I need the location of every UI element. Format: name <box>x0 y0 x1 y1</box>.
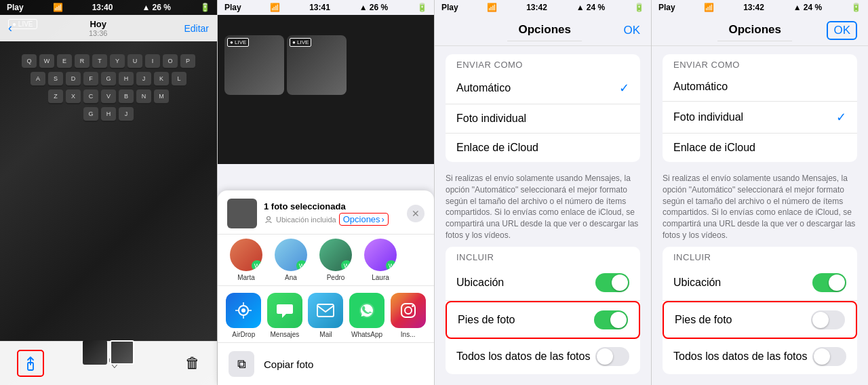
close-button[interactable]: ✕ <box>407 205 425 222</box>
option-label-ubicacion-3: Ubicación <box>456 277 504 289</box>
app-mail[interactable]: Mail <box>305 293 346 338</box>
signal-1: ▲ 26 % <box>142 3 171 12</box>
option-pies-foto-3[interactable]: Pies de foto <box>446 301 640 339</box>
key-row-1: Q W E R T Y U I O P <box>7 54 210 68</box>
option-label-icloud-4: Enlace de iCloud <box>673 142 755 154</box>
time-3: 13:42 <box>526 3 547 12</box>
option-automatico-3[interactable]: Automático ✓ <box>446 73 640 104</box>
whatsapp-badge-1: W <box>252 260 262 271</box>
ok-button-4[interactable]: OK <box>827 21 857 40</box>
toggle-pies-3[interactable] <box>594 310 628 329</box>
toggle-todos-3[interactable] <box>595 347 629 366</box>
options-nav-3: Opciones OK <box>435 15 651 46</box>
nav-title: Hoy <box>89 19 108 29</box>
thumb-2[interactable] <box>110 340 134 365</box>
carrier-4: Play <box>658 3 675 12</box>
option-label-todos-4: Todos los datos de las fotos <box>673 350 807 363</box>
option-todos-datos-4[interactable]: Todos los datos de las fotos <box>663 339 857 374</box>
option-automatico-4[interactable]: Automático <box>663 73 857 102</box>
instagram-label: Ins... <box>401 331 416 338</box>
enviar-description-3: Si realizas el envío solamente usando Me… <box>435 170 651 247</box>
copy-icon: ⧉ <box>229 351 254 377</box>
options-button[interactable]: Opciones › <box>339 213 389 226</box>
svg-point-1 <box>267 216 271 220</box>
option-label-pies-4: Pies de foto <box>675 314 732 326</box>
checkmark-automatico-3: ✓ <box>619 81 629 96</box>
whatsapp-badge-4: W <box>386 260 397 271</box>
app-instagram[interactable]: Ins... <box>388 293 429 338</box>
option-pies-foto-4[interactable]: Pies de foto <box>663 301 857 339</box>
nav-subtitle: 13:36 <box>89 29 108 37</box>
key-z: Z <box>48 89 63 103</box>
copy-row[interactable]: ⧉ Copiar foto <box>218 342 434 385</box>
bg-photos: ● LIVE ● LIVE <box>218 15 434 164</box>
time-4: 13:42 <box>743 3 764 12</box>
battery-4: 🔋 <box>851 3 861 12</box>
option-todos-datos-3[interactable]: Todos los datos de las fotos <box>446 339 640 374</box>
key-o: O <box>163 54 178 68</box>
key-g2: G <box>83 107 98 121</box>
enviar-como-section-4: Enviar como Automático Foto individual ✓… <box>663 54 857 162</box>
messages-label: Mensajes <box>270 331 299 338</box>
share-button[interactable] <box>20 352 41 374</box>
option-label-foto-3: Foto individual <box>456 113 526 125</box>
bottom-bar-1: ♡ 🗑 <box>0 341 217 385</box>
contact-name-3: Pedro <box>327 274 345 281</box>
thumbnail-strip <box>83 340 134 365</box>
key-row-2: A S D F G H J K L <box>7 72 210 85</box>
option-foto-individual-3[interactable]: Foto individual <box>446 104 640 134</box>
contact-avatar-2: W <box>275 239 307 271</box>
edit-button[interactable]: Editar <box>184 23 209 34</box>
nav-bar-1: ‹ Hoy 13:36 Editar <box>0 15 217 41</box>
contact-avatar-3: W <box>319 239 352 271</box>
whatsapp-badge-3: W <box>341 260 352 271</box>
toggle-ubicacion-3[interactable] <box>595 273 629 292</box>
share-button-wrapper[interactable] <box>17 350 44 377</box>
contact-name-1: Marta <box>237 274 255 281</box>
app-airdrop[interactable]: AirDrop <box>223 293 264 338</box>
contact-4[interactable]: W Laura <box>361 239 399 281</box>
key-y: Y <box>110 54 125 68</box>
incluir-description-3: Al compartir con AirDrop e incluir todos… <box>435 382 651 385</box>
key-row-3: Z X C V B N M <box>7 89 210 103</box>
contact-2[interactable]: W Ana <box>272 239 310 281</box>
option-icloud-3[interactable]: Enlace de iCloud <box>446 134 640 162</box>
key-h2: H <box>101 107 116 121</box>
back-button[interactable]: ‹ <box>8 21 12 35</box>
live-badge-sm-1: ● LIVE <box>227 38 249 47</box>
toggle-ubicacion-4[interactable] <box>812 273 846 292</box>
trash-button[interactable]: 🗑 <box>185 354 200 372</box>
status-bar-3: Play 📶 13:42 ▲ 24 % 🔋 <box>435 0 651 15</box>
carrier-3: Play <box>441 3 458 12</box>
thumb-1[interactable] <box>83 340 107 365</box>
option-icloud-4[interactable]: Enlace de iCloud <box>663 134 857 162</box>
enviar-como-section-3: Enviar como Automático ✓ Foto individual… <box>446 54 640 162</box>
toggle-pies-4[interactable] <box>811 310 845 329</box>
options-nav-4: Opciones OK <box>652 15 868 46</box>
toggle-todos-4[interactable] <box>812 347 846 366</box>
option-label-ubicacion-4: Ubicación <box>673 277 721 289</box>
svg-point-3 <box>241 308 245 312</box>
airdrop-icon <box>226 293 261 328</box>
app-messages[interactable]: Mensajes <box>264 293 305 338</box>
wifi-icon-4: 📶 <box>704 3 714 12</box>
options-title-3: Opciones <box>507 19 581 41</box>
app-whatsapp[interactable]: WhatsApp <box>347 293 387 338</box>
wifi-icon-3: 📶 <box>487 3 497 12</box>
share-header: 1 foto seleccionada Ubicación incluida O… <box>218 190 434 235</box>
option-ubicacion-3[interactable]: Ubicación <box>446 265 640 301</box>
contact-1[interactable]: W Marta <box>227 239 265 281</box>
toggle-knob-ubicacion-4 <box>829 275 845 291</box>
status-bar-1: Play 📶 13:40 ▲ 26 % 🔋 <box>0 0 217 15</box>
incluir-title-4: Incluir <box>663 247 857 265</box>
key-g: G <box>101 72 116 85</box>
option-ubicacion-4[interactable]: Ubicación <box>663 265 857 301</box>
contact-3[interactable]: W Pedro <box>317 239 355 281</box>
main-photo: Q W E R T Y U I O P A S D F G H J K L <box>0 0 217 385</box>
option-foto-individual-4[interactable]: Foto individual ✓ <box>663 102 857 134</box>
battery-3: 🔋 <box>634 3 644 12</box>
ok-button-3[interactable]: OK <box>623 24 640 37</box>
panel-photos: Play 📶 13:40 ▲ 26 % 🔋 ‹ Hoy 13:36 Editar… <box>0 0 217 385</box>
whatsapp-label: WhatsApp <box>351 331 382 338</box>
panel-share-sheet: Play 📶 13:41 ▲ 26 % 🔋 ● LIVE ● LIVE 1 fo… <box>217 0 434 385</box>
